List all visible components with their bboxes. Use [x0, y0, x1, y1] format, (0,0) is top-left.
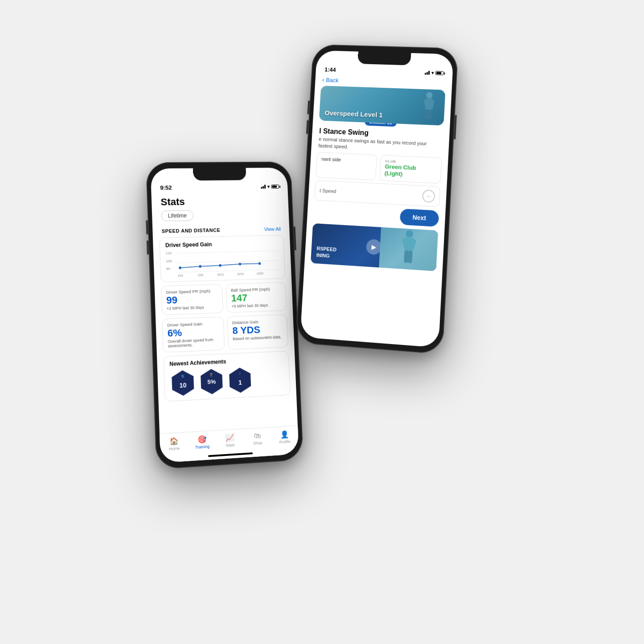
- phone-right: 1:44 ▾ ‹ Back Overspeed Level 1: [295, 44, 459, 354]
- achievements-card: Newest Achievements S 10 🏌 5% › 1: [163, 351, 290, 402]
- wifi-icon-right: ▾: [431, 70, 434, 75]
- svg-text:10/8: 10/8: [198, 273, 204, 277]
- signal-icon: [261, 185, 266, 189]
- nav-item-profile[interactable]: 👤 Profile: [271, 430, 299, 445]
- battery-icon: [271, 185, 279, 189]
- svg-text:10/20: 10/20: [257, 272, 264, 275]
- nav-label-home: Home: [169, 446, 180, 451]
- video-text: RSPEED INING: [316, 246, 336, 259]
- achievements-title: Newest Achievements: [169, 356, 283, 368]
- home-indicator: [208, 452, 253, 457]
- battery-icon-right: [435, 71, 444, 75]
- y-label-110: 110: [165, 251, 176, 255]
- svg-point-6: [239, 263, 242, 265]
- svg-point-13: [426, 92, 433, 98]
- nav-label-profile: Profile: [279, 439, 290, 445]
- svg-text:10/12: 10/12: [217, 273, 224, 276]
- badges-row: S 10 🏌 5% › 1: [170, 365, 284, 396]
- golfer-video-silhouette: [396, 229, 421, 269]
- nav-item-shop[interactable]: 🛍 Shop: [243, 431, 271, 446]
- workout-content: 1:44 ▾ ‹ Back Overspeed Level 1: [300, 50, 453, 348]
- svg-point-19: [406, 230, 413, 238]
- badge-2: 🏌 5%: [199, 369, 225, 395]
- stat-row-2: Driver Speed Gain 6% Overall driver spee…: [162, 314, 288, 353]
- nav-item-training[interactable]: 🎯 Training: [188, 434, 217, 450]
- nav-item-stats[interactable]: 📈 Stats: [216, 433, 244, 448]
- svg-rect-18: [428, 109, 431, 119]
- profile-icon: 👤: [280, 430, 289, 439]
- notch-left: [193, 168, 246, 180]
- svg-line-2: [176, 270, 279, 272]
- stat-row-1: Driver Speed PR (mph) 99 +2 MPH last 30 …: [161, 282, 287, 315]
- side-label: nant side: [321, 156, 372, 164]
- status-icons-left: ▾: [261, 184, 279, 189]
- ball-speed-pr-card: Ball Speed PR (mph) 147 +5 MPH last 30 d…: [226, 282, 287, 313]
- driver-speed-pr-value: 99: [166, 294, 218, 306]
- svg-rect-24: [408, 250, 413, 263]
- chart-y-labels: 110 100 90: [165, 251, 176, 271]
- section-title-speed: SPEED AND DISTANCE: [162, 227, 221, 234]
- stats-screen: 9:52 ▾ Stats Lifetime SPEED AND DISTANCE…: [151, 168, 299, 463]
- ball-speed-pr-value: 147: [231, 292, 282, 303]
- distance-gain-value: 8 YDS: [232, 324, 283, 336]
- stats-content: 9:52 ▾ Stats Lifetime SPEED AND DISTANCE…: [151, 168, 299, 463]
- nav-label-stats: Stats: [226, 443, 235, 447]
- club-value: Green Club(Light): [384, 163, 436, 180]
- svg-point-5: [219, 264, 222, 267]
- svg-text:10/4: 10/4: [177, 274, 183, 277]
- badge-1: S 10: [170, 370, 196, 397]
- side-card: nant side: [316, 152, 377, 180]
- chart-area: 110 100 90: [165, 249, 279, 278]
- speed-value-area: —: [422, 189, 435, 203]
- speed-circle: —: [422, 189, 435, 203]
- workout-screen: 1:44 ▾ ‹ Back Overspeed Level 1: [300, 50, 453, 348]
- back-chevron-icon: ‹: [322, 76, 324, 83]
- y-label-90: 90: [166, 267, 176, 271]
- svg-point-3: [179, 267, 181, 269]
- bottom-nav: 🏠 Home 🎯 Training 📈 Stats 🛍 Shop 👤: [160, 426, 299, 463]
- ball-speed-pr-label: Ball Speed PR (mph): [231, 286, 281, 292]
- driver-speed-pr-label: Driver Speed PR (mph): [166, 288, 217, 295]
- svg-point-7: [258, 262, 261, 265]
- club-card: CLUB Green Club(Light): [379, 155, 442, 184]
- svg-rect-17: [425, 109, 428, 119]
- golfer-hero-silhouette: [419, 91, 439, 123]
- driver-speed-pr-card: Driver Speed PR (mph) 99 +2 MPH last 30 …: [161, 284, 223, 315]
- notch-right: [357, 52, 411, 66]
- home-icon: 🏠: [169, 436, 179, 446]
- next-button-container: Next: [313, 204, 439, 227]
- driver-speed-gain-value: 6%: [167, 327, 219, 339]
- driver-speed-chart-card: Driver Speed Gain 110 100 90: [159, 235, 285, 282]
- lifetime-pill[interactable]: Lifetime: [161, 210, 193, 222]
- video-title-2: INING: [316, 252, 336, 259]
- page-title: Stats: [151, 192, 288, 211]
- chart-title: Driver Speed Gain: [165, 240, 279, 248]
- info-row: nant side CLUB Green Club(Light): [316, 152, 442, 184]
- svg-text:10/16: 10/16: [237, 272, 244, 276]
- stats-icon: 📈: [225, 433, 234, 442]
- driver-speed-gain-sub: Overall driver speed from assessments.: [168, 337, 220, 349]
- video-card[interactable]: RSPEED INING ▶: [311, 223, 438, 271]
- nav-label-shop: Shop: [253, 440, 263, 445]
- speed-label: t Speed: [320, 188, 336, 194]
- next-button[interactable]: Next: [399, 209, 439, 227]
- wifi-icon: ▾: [267, 184, 270, 189]
- hero-banner: Overspeed Level 1: [319, 86, 446, 125]
- y-label-100: 100: [166, 259, 176, 263]
- badge-3: › 1: [227, 367, 253, 394]
- status-icons-right: ▾: [425, 70, 444, 76]
- signal-icon-right: [425, 71, 430, 75]
- view-all-link[interactable]: View All: [264, 226, 281, 232]
- svg-rect-23: [404, 250, 409, 263]
- speed-section-header: SPEED AND DISTANCE View All: [152, 224, 290, 236]
- time-left: 9:52: [160, 185, 172, 191]
- back-label: Back: [326, 77, 339, 84]
- nav-item-home[interactable]: 🏠 Home: [160, 436, 189, 452]
- nav-label-training: Training: [195, 444, 210, 450]
- speed-field[interactable]: t Speed —: [314, 180, 440, 207]
- driver-speed-gain-card: Driver Speed Gain 6% Overall driver spee…: [162, 316, 225, 353]
- time-right: 1:44: [324, 66, 336, 73]
- svg-line-1: [176, 260, 279, 263]
- distance-gain-card: Distance Gain 8 YDS Based on assessment …: [227, 314, 288, 350]
- shop-icon: 🛍: [254, 431, 261, 440]
